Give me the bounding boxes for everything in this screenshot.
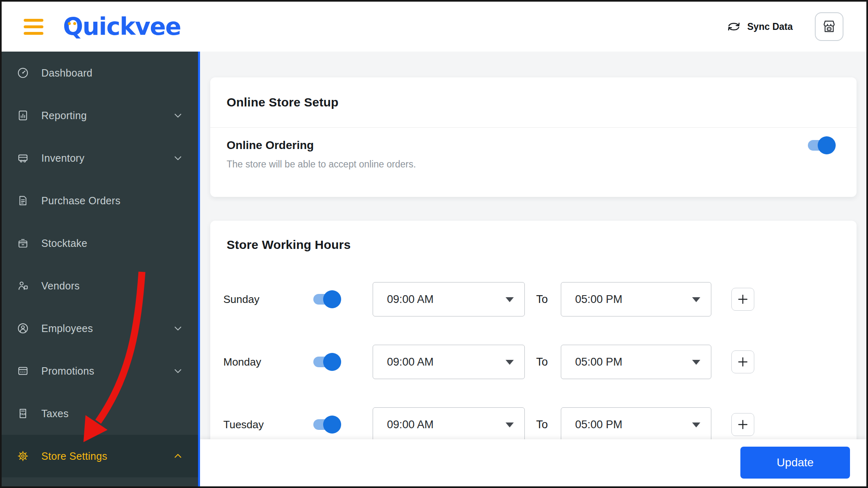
chevron-down-icon: [173, 323, 183, 334]
online-ordering-label: Online Ordering: [227, 139, 314, 152]
purchase-orders-icon: [16, 194, 30, 207]
toggle-knob: [323, 290, 341, 308]
sync-data-button[interactable]: Sync Data: [726, 20, 793, 33]
tuesday-open-time-select[interactable]: 09:00 AM: [373, 407, 525, 442]
sidebar-item-stocktake[interactable]: Stocktake: [2, 222, 198, 264]
store-working-hours-title: Store Working Hours: [227, 238, 351, 252]
sidebar: Dashboard Reporting Inventory Purchase O…: [2, 52, 198, 486]
monday-add-hours-button[interactable]: [731, 350, 754, 373]
hours-row-tuesday: Tuesday 09:00 AM To 05:00 PM: [210, 407, 857, 442]
monday-close-time-select[interactable]: 05:00 PM: [561, 345, 711, 379]
store-icon-button[interactable]: [815, 12, 843, 41]
app-window: QQuickveeuickvee Sync Data: [0, 0, 868, 488]
sync-icon: [726, 20, 741, 33]
sidebar-item-promotions[interactable]: Promotions: [2, 350, 198, 392]
gear-icon: [16, 450, 30, 462]
inventory-icon: [16, 152, 30, 164]
sunday-close-time-select[interactable]: 05:00 PM: [561, 282, 711, 316]
menu-button[interactable]: [24, 19, 43, 35]
app-logo[interactable]: QQuickveeuickvee: [63, 15, 181, 38]
online-store-setup-card: Online Store Setup Online Ordering The s…: [210, 77, 857, 197]
sunday-add-hours-button[interactable]: [731, 288, 754, 311]
sidebar-item-purchase-orders[interactable]: Purchase Orders: [2, 179, 198, 222]
stocktake-icon: [16, 237, 30, 249]
day-label: Monday: [223, 356, 261, 368]
vendors-icon: [16, 280, 30, 292]
employees-icon: [16, 322, 30, 334]
sidebar-item-employees[interactable]: Employees: [2, 307, 198, 350]
sidebar-item-dashboard[interactable]: Dashboard: [2, 52, 198, 94]
open-time-value: 09:00 AM: [387, 293, 434, 306]
caret-down-icon: [506, 297, 514, 302]
plus-icon: [737, 294, 749, 305]
to-label: To: [533, 356, 551, 368]
update-button[interactable]: Update: [740, 447, 850, 479]
chevron-down-icon: [173, 110, 183, 121]
caret-down-icon: [692, 297, 700, 302]
day-label: Sunday: [223, 293, 259, 306]
online-ordering-toggle[interactable]: [808, 140, 834, 151]
taxes-icon: TAX: [16, 407, 30, 420]
sidebar-item-label: Stocktake: [41, 237, 87, 249]
sidebar-item-label: Promotions: [41, 365, 94, 377]
tuesday-add-hours-button[interactable]: [731, 413, 754, 436]
caret-down-icon: [692, 422, 700, 427]
sidebar-item-label: Inventory: [41, 152, 85, 164]
svg-text:TAX: TAX: [20, 413, 26, 416]
top-header: QQuickveeuickvee Sync Data: [2, 2, 866, 52]
bottom-action-bar: Update: [200, 439, 866, 486]
close-time-value: 05:00 PM: [575, 418, 623, 431]
sidebar-item-label: Reporting: [41, 110, 87, 122]
hamburger-icon: [24, 19, 43, 22]
chevron-down-icon: [173, 366, 183, 376]
sync-data-label: Sync Data: [747, 21, 793, 32]
monday-toggle[interactable]: [313, 357, 340, 367]
content-accent-line: [198, 52, 200, 486]
online-store-setup-title: Online Store Setup: [227, 95, 339, 109]
to-label: To: [533, 293, 551, 306]
sidebar-item-store-settings[interactable]: Store Settings: [2, 435, 198, 477]
sunday-open-time-select[interactable]: 09:00 AM: [373, 282, 525, 316]
promotions-icon: [16, 365, 30, 377]
toggle-knob: [323, 416, 341, 434]
online-ordering-description: The store will be able to accept online …: [227, 159, 834, 170]
sidebar-item-label: Purchase Orders: [41, 195, 120, 207]
header-actions: Sync Data: [726, 12, 843, 41]
logo-q-mark: Q: [63, 15, 83, 38]
dashboard-icon: [16, 67, 30, 79]
plus-icon: [737, 356, 749, 368]
sunday-toggle[interactable]: [313, 294, 340, 305]
reporting-icon: [16, 109, 30, 122]
sidebar-item-reporting[interactable]: Reporting: [2, 94, 198, 137]
sidebar-item-label: Employees: [41, 323, 93, 334]
sidebar-item-vendors[interactable]: Vendors: [2, 264, 198, 307]
caret-down-icon: [506, 422, 514, 427]
sidebar-item-label: Taxes: [41, 408, 69, 420]
toggle-knob: [818, 136, 836, 154]
to-label: To: [533, 418, 551, 431]
hours-row-monday: Monday 09:00 AM To 05:00 PM: [210, 345, 857, 379]
plus-icon: [737, 419, 749, 430]
chevron-up-icon: [173, 451, 183, 461]
sidebar-item-inventory[interactable]: Inventory: [2, 137, 198, 179]
sidebar-item-label: Dashboard: [41, 67, 92, 79]
open-time-value: 09:00 AM: [387, 418, 434, 431]
sidebar-item-taxes[interactable]: TAX Taxes: [2, 392, 198, 435]
online-ordering-section: Online Ordering The store will be able t…: [210, 128, 857, 170]
sidebar-item-label: Store Settings: [41, 450, 107, 462]
hours-row-sunday: Sunday 09:00 AM To 05:00 PM: [210, 282, 857, 316]
day-label: Tuesday: [223, 418, 264, 431]
tuesday-close-time-select[interactable]: 05:00 PM: [561, 407, 711, 442]
caret-down-icon: [692, 360, 700, 365]
close-time-value: 05:00 PM: [575, 356, 623, 368]
monday-open-time-select[interactable]: 09:00 AM: [373, 345, 525, 379]
tuesday-toggle[interactable]: [313, 419, 340, 430]
toggle-knob: [323, 353, 341, 371]
open-time-value: 09:00 AM: [387, 356, 434, 368]
main-content: Online Store Setup Online Ordering The s…: [200, 52, 866, 486]
chevron-down-icon: [173, 153, 183, 163]
card-header: Online Store Setup: [210, 77, 857, 128]
storefront-icon: [821, 18, 837, 35]
caret-down-icon: [506, 360, 514, 365]
close-time-value: 05:00 PM: [575, 293, 623, 306]
